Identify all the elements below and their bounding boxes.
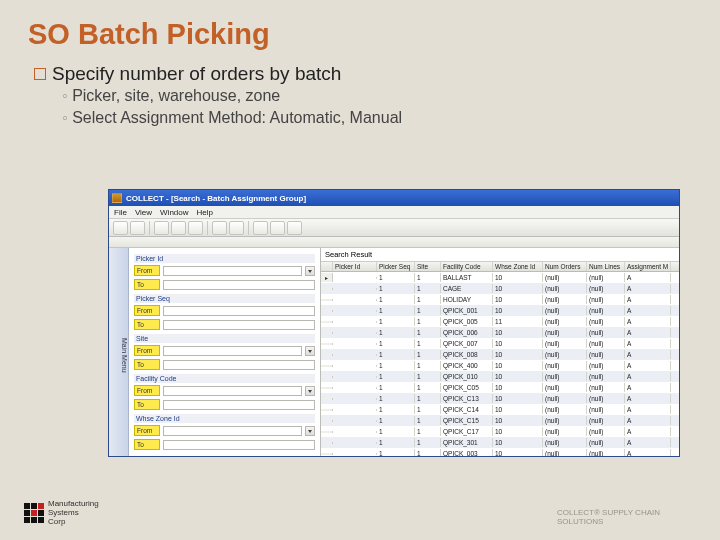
filter-input[interactable] (163, 400, 315, 410)
footer-tagline: COLLECT® SUPPLY CHAIN SOLUTIONS (557, 508, 660, 526)
filter-input[interactable] (163, 426, 302, 436)
cell: A (625, 306, 671, 315)
table-row[interactable]: 11QPICK_01010(null)(null)A (321, 371, 679, 382)
toolbar-button[interactable] (188, 221, 203, 235)
table-row[interactable]: 11QPICK_C0510(null)(null)A (321, 382, 679, 393)
filter-input[interactable] (163, 280, 315, 290)
column-header[interactable]: Facility Code (441, 262, 493, 271)
cell: (null) (587, 361, 625, 370)
cell: QPICK_C15 (441, 416, 493, 425)
cell: (null) (587, 350, 625, 359)
column-header[interactable]: Whse Zone Id (493, 262, 543, 271)
filter-input[interactable] (163, 386, 302, 396)
toolbar-button[interactable] (113, 221, 128, 235)
cell: QPICK_C17 (441, 427, 493, 436)
toolbar-button[interactable] (229, 221, 244, 235)
menu-file[interactable]: File (114, 208, 127, 217)
menu-window[interactable]: Window (160, 208, 188, 217)
cell: 10 (493, 438, 543, 447)
cell: (null) (587, 438, 625, 447)
filter-input[interactable] (163, 440, 315, 450)
row-header (321, 387, 333, 389)
cell: (null) (543, 405, 587, 414)
cell: 10 (493, 361, 543, 370)
table-row[interactable]: 11CAGE10(null)(null)A (321, 283, 679, 294)
dropdown-icon[interactable] (305, 386, 315, 396)
cell: A (625, 427, 671, 436)
toolbar-button[interactable] (130, 221, 145, 235)
row-header (321, 288, 333, 290)
cell: (null) (587, 273, 625, 282)
filter-input[interactable] (163, 266, 302, 276)
table-row[interactable]: 11BALLAST10(null)(null)A (321, 272, 679, 283)
menu-help[interactable]: Help (197, 208, 213, 217)
cell: 1 (377, 361, 415, 370)
dropdown-icon[interactable] (305, 426, 315, 436)
cell: 1 (377, 372, 415, 381)
filter-input[interactable] (163, 320, 315, 330)
footer-tag-line: SOLUTIONS (557, 517, 660, 526)
filter-row: To (134, 319, 315, 330)
cell: 10 (493, 394, 543, 403)
column-header[interactable]: Assignment M (625, 262, 671, 271)
cell (333, 387, 377, 389)
column-header[interactable]: Picker Seq (377, 262, 415, 271)
cell: (null) (587, 317, 625, 326)
column-header[interactable]: Picker Id (333, 262, 377, 271)
toolbar-button[interactable] (287, 221, 302, 235)
slide-title: SO Batch Picking (28, 18, 692, 51)
table-row[interactable]: 11HOLIDAY10(null)(null)A (321, 294, 679, 305)
cell (333, 398, 377, 400)
cell: 10 (493, 416, 543, 425)
cell: 10 (493, 339, 543, 348)
table-row[interactable]: 11QPICK_30110(null)(null)A (321, 437, 679, 448)
sidebar-tab-main-menu[interactable]: Main Menu (109, 248, 129, 456)
cell: 1 (377, 449, 415, 456)
cell (333, 321, 377, 323)
grid-body: 11BALLAST10(null)(null)A11CAGE10(null)(n… (321, 272, 679, 456)
cell (333, 376, 377, 378)
cell: QPICK_008 (441, 350, 493, 359)
toolbar-button[interactable] (270, 221, 285, 235)
filter-input[interactable] (163, 346, 302, 356)
toolbar-button[interactable] (253, 221, 268, 235)
toolbar-button[interactable] (212, 221, 227, 235)
cell: 1 (415, 372, 441, 381)
filter-label: From (134, 265, 160, 276)
table-row[interactable]: 11QPICK_C1510(null)(null)A (321, 415, 679, 426)
cell: 1 (377, 394, 415, 403)
filter-label: To (134, 319, 160, 330)
cell: 1 (377, 416, 415, 425)
dropdown-icon[interactable] (305, 346, 315, 356)
cell: QPICK_001 (441, 306, 493, 315)
dropdown-icon[interactable] (305, 266, 315, 276)
table-row[interactable]: 11QPICK_00511(null)(null)A (321, 316, 679, 327)
cell: (null) (587, 372, 625, 381)
toolbar-separator (149, 221, 150, 235)
cell: 1 (415, 438, 441, 447)
column-header[interactable]: Num Orders (543, 262, 587, 271)
table-row[interactable]: 11QPICK_00710(null)(null)A (321, 338, 679, 349)
table-row[interactable]: 11QPICK_C1710(null)(null)A (321, 426, 679, 437)
table-row[interactable]: 11QPICK_C1310(null)(null)A (321, 393, 679, 404)
row-header (321, 442, 333, 444)
window-titlebar: COLLECT - [Search - Batch Assignment Gro… (109, 190, 679, 206)
cell: 1 (377, 306, 415, 315)
menu-view[interactable]: View (135, 208, 152, 217)
table-row[interactable]: 11QPICK_C1410(null)(null)A (321, 404, 679, 415)
column-header[interactable]: Num Lines (587, 262, 625, 271)
column-header[interactable]: Site (415, 262, 441, 271)
table-row[interactable]: 11QPICK_00610(null)(null)A (321, 327, 679, 338)
toolbar-separator (248, 221, 249, 235)
filter-input[interactable] (163, 360, 315, 370)
table-row[interactable]: 11QPICK_00310(null)(null)A (321, 448, 679, 456)
cell: (null) (543, 372, 587, 381)
table-row[interactable]: 11QPICK_40010(null)(null)A (321, 360, 679, 371)
cell: (null) (587, 284, 625, 293)
toolbar-button[interactable] (154, 221, 169, 235)
toolbar-button[interactable] (171, 221, 186, 235)
table-row[interactable]: 11QPICK_00110(null)(null)A (321, 305, 679, 316)
filter-input[interactable] (163, 306, 315, 316)
table-row[interactable]: 11QPICK_00810(null)(null)A (321, 349, 679, 360)
row-header (321, 310, 333, 312)
